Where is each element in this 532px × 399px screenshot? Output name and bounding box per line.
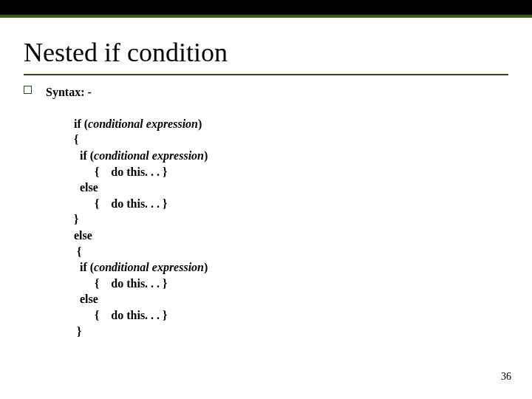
slide-body: Syntax: - if (conditional expression) { … <box>24 84 508 340</box>
code-cond: conditional expression <box>94 149 204 162</box>
page-number: 36 <box>501 371 511 383</box>
code-line: { <box>74 245 81 258</box>
code-text: ) <box>204 261 208 273</box>
code-line: if (conditional expression) <box>74 117 202 130</box>
code-line: { do this. . . } <box>74 197 167 210</box>
top-green-line <box>0 15 532 18</box>
code-line: { do this. . . } <box>74 309 167 321</box>
slide-content: Nested if condition Syntax: - if (condit… <box>0 18 532 339</box>
code-line: } <box>74 213 78 225</box>
code-text: if ( <box>74 261 94 273</box>
code-text: ) <box>204 149 208 162</box>
title-underline <box>24 74 508 75</box>
code-text: ) <box>198 117 202 130</box>
slide-title: Nested if condition <box>24 38 508 68</box>
square-bullet-icon <box>24 86 32 94</box>
code-text: if ( <box>74 117 88 130</box>
code-block: if (conditional expression) { if (condit… <box>46 100 508 339</box>
code-line: else <box>74 181 98 194</box>
code-line: if (conditional expression) <box>74 261 208 273</box>
code-line: { do this. . . } <box>74 277 167 290</box>
code-line: if (conditional expression) <box>74 149 208 162</box>
code-cond: conditional expression <box>94 261 204 273</box>
code-line: { do this. . . } <box>74 166 167 178</box>
code-line: else <box>74 229 92 242</box>
code-line: { <box>74 133 78 146</box>
top-black-bar <box>0 0 532 18</box>
code-text: if ( <box>74 149 94 162</box>
code-line: } <box>74 325 81 338</box>
code-cond: conditional expression <box>88 117 198 130</box>
code-line: else <box>74 293 98 305</box>
syntax-label: Syntax: - <box>46 84 508 100</box>
